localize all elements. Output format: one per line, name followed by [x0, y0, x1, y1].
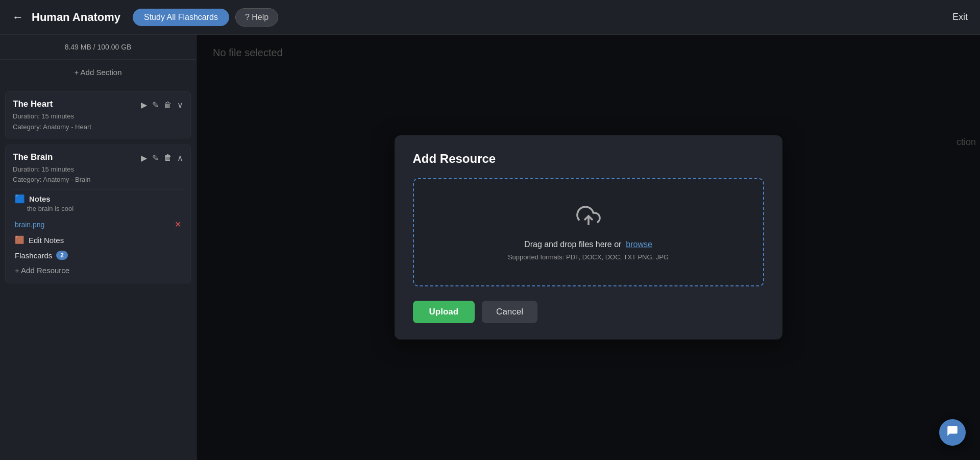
browse-link[interactable]: browse — [626, 240, 652, 249]
cancel-button[interactable]: Cancel — [482, 301, 537, 323]
edit-notes-button[interactable]: 🟫 Edit Notes — [13, 232, 183, 248]
chat-bubble-button[interactable] — [939, 419, 966, 446]
file-delete-icon[interactable]: ✕ — [175, 220, 181, 229]
edit-notes-label: Edit Notes — [29, 236, 64, 245]
section-category-brain: Category: Anatomy - Brain — [13, 175, 141, 185]
section-name-heart: The Heart — [13, 99, 141, 109]
add-resource-button[interactable]: + Add Resource — [13, 263, 183, 278]
storage-display: 8.49 MB / 100.00 GB — [0, 35, 196, 60]
drop-text: Drag and drop files here or browse — [426, 240, 751, 249]
notes-label: Notes — [29, 195, 51, 203]
section-card-brain: The Brain Duration: 15 minutes Category:… — [5, 144, 191, 284]
notes-content: the brain is cool — [15, 205, 181, 212]
drop-zone[interactable]: Drag and drop files here or browse Suppo… — [413, 178, 764, 286]
study-flashcards-button[interactable]: Study All Flashcards — [133, 9, 229, 26]
section-name-brain: The Brain — [13, 152, 141, 162]
edit-icon-brain[interactable]: ✎ — [152, 153, 159, 163]
back-button[interactable]: ← — [12, 11, 23, 24]
upload-button[interactable]: Upload — [413, 301, 475, 323]
edit-notes-icon: 🟫 — [15, 235, 24, 245]
header: ← Human Anatomy Study All Flashcards ? H… — [0, 0, 980, 35]
flashcards-item[interactable]: Flashcards 2 — [13, 248, 183, 263]
layout: 8.49 MB / 100.00 GB + Add Section The He… — [0, 35, 980, 460]
main-content: No file selected ction Add Resource Drag… — [197, 35, 980, 460]
file-item-brain: brain.png ✕ — [13, 216, 183, 232]
notes-icon: 🟦 — [15, 194, 25, 204]
chat-bubble-icon — [946, 424, 959, 441]
section-duration-heart: Duration: 15 minutes — [13, 111, 141, 122]
delete-icon-brain[interactable]: 🗑 — [164, 153, 172, 162]
play-icon-brain[interactable]: ▶ — [141, 153, 147, 163]
modal-title: Add Resource — [413, 152, 764, 166]
edit-icon-heart[interactable]: ✎ — [152, 100, 159, 110]
section-duration-brain: Duration: 15 minutes — [13, 164, 141, 175]
collapse-icon-brain[interactable]: ∧ — [177, 153, 183, 163]
section-category-heart: Category: Anatomy - Heart — [13, 122, 141, 133]
delete-icon-heart[interactable]: 🗑 — [164, 101, 172, 110]
exit-button[interactable]: Exit — [952, 12, 968, 22]
expand-icon-heart[interactable]: ∨ — [177, 100, 183, 110]
formats-text: Supported formats: PDF, DOCX, DOC, TXT P… — [426, 253, 751, 261]
add-resource-label: + Add Resource — [15, 266, 69, 275]
flashcards-label: Flashcards — [15, 251, 52, 260]
page-title: Human Anatomy — [32, 11, 120, 24]
add-section-button[interactable]: + Add Section — [0, 60, 196, 85]
section-card-heart: The Heart Duration: 15 minutes Category:… — [5, 91, 191, 138]
sidebar: 8.49 MB / 100.00 GB + Add Section The He… — [0, 35, 197, 460]
modal-actions: Upload Cancel — [413, 301, 764, 323]
upload-icon — [426, 204, 751, 233]
add-resource-modal: Add Resource Drag and drop files here or… — [395, 135, 782, 340]
play-icon-heart[interactable]: ▶ — [141, 100, 147, 110]
file-name-brain[interactable]: brain.png — [15, 221, 44, 229]
notes-section: 🟦 Notes the brain is cool — [13, 189, 183, 216]
help-button[interactable]: ? Help — [235, 8, 278, 27]
flashcards-badge: 2 — [56, 251, 68, 260]
